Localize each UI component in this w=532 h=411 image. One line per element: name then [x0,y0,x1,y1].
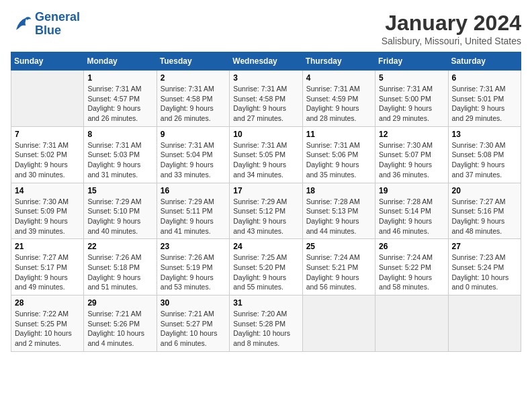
day-info: Sunrise: 7:27 AM Sunset: 5:17 PM Dayligh… [15,253,80,292]
day-header-saturday: Saturday [448,52,521,71]
day-info: Sunrise: 7:30 AM Sunset: 5:08 PM Dayligh… [452,140,517,180]
calendar-cell: 15Sunrise: 7:29 AM Sunset: 5:10 PM Dayli… [84,183,157,239]
day-number: 12 [379,130,444,139]
day-number: 14 [15,186,80,195]
day-number: 3 [233,73,298,83]
calendar-cell: 1Sunrise: 7:31 AM Sunset: 4:57 PM Daylig… [84,71,157,127]
day-info: Sunrise: 7:31 AM Sunset: 5:06 PM Dayligh… [306,140,371,180]
day-info: Sunrise: 7:29 AM Sunset: 5:10 PM Dayligh… [87,197,152,236]
title-area: January 2024 Salisbury, Missouri, United… [382,11,521,46]
calendar-cell: 8Sunrise: 7:31 AM Sunset: 5:03 PM Daylig… [84,126,157,183]
day-number: 6 [452,73,517,83]
day-number: 22 [87,242,152,251]
calendar-cell: 9Sunrise: 7:31 AM Sunset: 5:04 PM Daylig… [157,126,229,183]
day-number: 1 [87,73,152,83]
day-number: 15 [87,186,152,195]
calendar-cell: 14Sunrise: 7:30 AM Sunset: 5:09 PM Dayli… [11,183,84,239]
day-info: Sunrise: 7:23 AM Sunset: 5:24 PM Dayligh… [452,253,517,292]
day-number: 21 [15,242,80,251]
calendar-cell: 3Sunrise: 7:31 AM Sunset: 4:58 PM Daylig… [230,71,302,127]
day-info: Sunrise: 7:31 AM Sunset: 4:57 PM Dayligh… [87,84,152,124]
calendar-cell: 17Sunrise: 7:29 AM Sunset: 5:12 PM Dayli… [230,183,302,239]
day-number: 26 [379,242,444,251]
calendar-cell: 11Sunrise: 7:31 AM Sunset: 5:06 PM Dayli… [302,126,375,183]
day-number: 27 [452,242,517,251]
day-info: Sunrise: 7:29 AM Sunset: 5:11 PM Dayligh… [161,197,226,236]
day-info: Sunrise: 7:31 AM Sunset: 5:01 PM Dayligh… [452,84,517,124]
day-info: Sunrise: 7:26 AM Sunset: 5:18 PM Dayligh… [87,253,152,292]
calendar-cell: 10Sunrise: 7:31 AM Sunset: 5:05 PM Dayli… [230,126,302,183]
day-info: Sunrise: 7:28 AM Sunset: 5:14 PM Dayligh… [379,197,444,236]
calendar-cell: 31Sunrise: 7:20 AM Sunset: 5:28 PM Dayli… [230,295,302,352]
day-number: 30 [161,298,226,308]
day-info: Sunrise: 7:25 AM Sunset: 5:20 PM Dayligh… [233,253,298,292]
calendar-cell: 26Sunrise: 7:24 AM Sunset: 5:22 PM Dayli… [375,239,448,295]
day-info: Sunrise: 7:24 AM Sunset: 5:22 PM Dayligh… [379,253,444,292]
day-number: 13 [452,130,517,139]
day-info: Sunrise: 7:29 AM Sunset: 5:12 PM Dayligh… [233,197,298,236]
day-info: Sunrise: 7:21 AM Sunset: 5:26 PM Dayligh… [87,309,152,349]
day-info: Sunrise: 7:31 AM Sunset: 4:58 PM Dayligh… [161,84,226,124]
calendar-cell: 23Sunrise: 7:26 AM Sunset: 5:19 PM Dayli… [157,239,229,295]
day-number: 25 [306,242,371,251]
day-number: 16 [161,186,226,195]
day-number: 7 [15,130,80,139]
logo-text: General Blue [35,11,80,38]
calendar-cell [11,71,84,127]
day-number: 18 [306,186,371,195]
header: General Blue January 2024 Salisbury, Mis… [11,11,521,46]
calendar-cell: 7Sunrise: 7:31 AM Sunset: 5:02 PM Daylig… [11,126,84,183]
day-info: Sunrise: 7:30 AM Sunset: 5:07 PM Dayligh… [379,140,444,180]
calendar-cell: 18Sunrise: 7:28 AM Sunset: 5:13 PM Dayli… [302,183,375,239]
calendar-cell: 12Sunrise: 7:30 AM Sunset: 5:07 PM Dayli… [375,126,448,183]
calendar-cell [448,295,521,352]
day-info: Sunrise: 7:31 AM Sunset: 5:04 PM Dayligh… [161,140,226,180]
calendar-cell: 25Sunrise: 7:24 AM Sunset: 5:21 PM Dayli… [302,239,375,295]
day-info: Sunrise: 7:22 AM Sunset: 5:25 PM Dayligh… [15,309,80,349]
calendar-week-row: 7Sunrise: 7:31 AM Sunset: 5:02 PM Daylig… [11,126,521,183]
day-header-tuesday: Tuesday [157,52,229,71]
calendar-cell: 27Sunrise: 7:23 AM Sunset: 5:24 PM Dayli… [448,239,521,295]
day-info: Sunrise: 7:30 AM Sunset: 5:09 PM Dayligh… [15,197,80,236]
calendar-cell: 2Sunrise: 7:31 AM Sunset: 4:58 PM Daylig… [157,71,229,127]
calendar-cell: 30Sunrise: 7:21 AM Sunset: 5:27 PM Dayli… [157,295,229,352]
day-info: Sunrise: 7:31 AM Sunset: 4:58 PM Dayligh… [233,84,298,124]
day-number: 31 [233,298,298,308]
calendar-cell: 28Sunrise: 7:22 AM Sunset: 5:25 PM Dayli… [11,295,84,352]
logo: General Blue [11,11,80,38]
day-info: Sunrise: 7:31 AM Sunset: 5:00 PM Dayligh… [379,84,444,124]
calendar-cell: 13Sunrise: 7:30 AM Sunset: 5:08 PM Dayli… [448,126,521,183]
day-info: Sunrise: 7:20 AM Sunset: 5:28 PM Dayligh… [233,309,298,349]
day-number: 11 [306,130,371,139]
day-number: 10 [233,130,298,139]
calendar-week-row: 28Sunrise: 7:22 AM Sunset: 5:25 PM Dayli… [11,295,521,352]
day-number: 17 [233,186,298,195]
calendar-week-row: 21Sunrise: 7:27 AM Sunset: 5:17 PM Dayli… [11,239,521,295]
day-info: Sunrise: 7:31 AM Sunset: 4:59 PM Dayligh… [306,84,371,124]
day-number: 29 [87,298,152,308]
day-number: 20 [452,186,517,195]
calendar-title: January 2024 [382,11,521,36]
day-number: 2 [161,73,226,83]
day-info: Sunrise: 7:28 AM Sunset: 5:13 PM Dayligh… [306,197,371,236]
day-number: 8 [87,130,152,139]
day-info: Sunrise: 7:26 AM Sunset: 5:19 PM Dayligh… [161,253,226,292]
day-header-friday: Friday [375,52,448,71]
day-info: Sunrise: 7:24 AM Sunset: 5:21 PM Dayligh… [306,253,371,292]
day-number: 9 [161,130,226,139]
day-info: Sunrise: 7:31 AM Sunset: 5:03 PM Dayligh… [87,140,152,180]
calendar-cell: 16Sunrise: 7:29 AM Sunset: 5:11 PM Dayli… [157,183,229,239]
calendar-cell: 29Sunrise: 7:21 AM Sunset: 5:26 PM Dayli… [84,295,157,352]
calendar-cell: 4Sunrise: 7:31 AM Sunset: 4:59 PM Daylig… [302,71,375,127]
day-number: 28 [15,298,80,308]
day-header-wednesday: Wednesday [230,52,302,71]
day-number: 4 [306,73,371,83]
calendar-cell: 5Sunrise: 7:31 AM Sunset: 5:00 PM Daylig… [375,71,448,127]
day-header-monday: Monday [84,52,157,71]
calendar-subtitle: Salisbury, Missouri, United States [382,36,521,46]
calendar-table: SundayMondayTuesdayWednesdayThursdayFrid… [11,52,521,352]
day-number: 5 [379,73,444,83]
calendar-week-row: 1Sunrise: 7:31 AM Sunset: 4:57 PM Daylig… [11,71,521,127]
day-info: Sunrise: 7:27 AM Sunset: 5:16 PM Dayligh… [452,197,517,236]
calendar-cell: 21Sunrise: 7:27 AM Sunset: 5:17 PM Dayli… [11,239,84,295]
